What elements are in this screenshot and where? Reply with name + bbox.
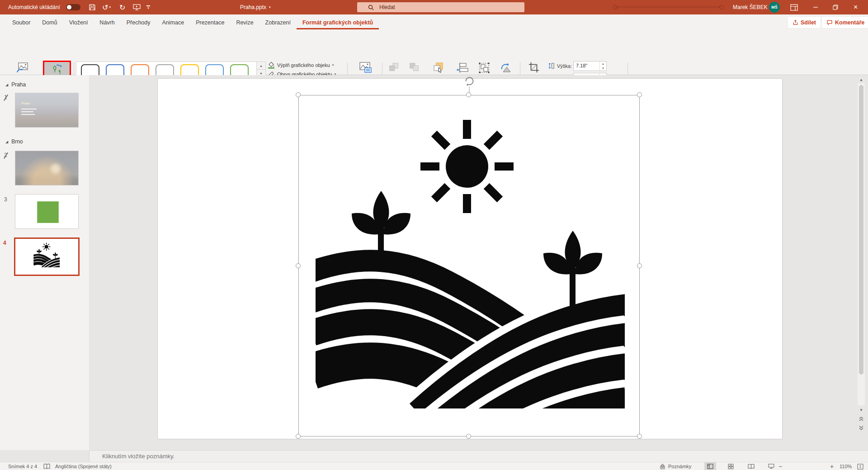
slide-4-farm-miniature	[32, 241, 61, 270]
share-button[interactable]: Sdílet	[788, 16, 821, 28]
slide-1-photo: Praha	[15, 93, 78, 127]
group-objects-icon	[478, 62, 491, 74]
resize-handle-middle-right[interactable]	[637, 263, 642, 268]
selection-pane-icon	[432, 62, 445, 74]
slide-1-bullet-line	[21, 109, 37, 109]
quick-access-customize-icon[interactable]: ▾	[146, 0, 150, 14]
change-graphic-icon	[15, 62, 29, 75]
autosave-label: Automatické ukládání	[8, 0, 60, 14]
scrollbar-up-icon[interactable]: ▲	[858, 76, 865, 83]
fit-slide-to-window-icon[interactable]	[857, 462, 863, 470]
crop-icon	[528, 62, 540, 73]
height-label-row: Výška:	[548, 62, 572, 69]
ribbon: Změnit grafický objekt ▾ Převést na obra…	[0, 30, 868, 75]
resize-handle-top-center[interactable]	[466, 92, 471, 97]
spellcheck-icon[interactable]	[43, 462, 50, 470]
notes-icon	[659, 464, 666, 470]
decorative-dot	[613, 5, 618, 9]
section-collapse-icon: ◢	[5, 83, 8, 87]
tab-prezentace[interactable]: Prezentace	[190, 15, 230, 29]
close-button[interactable]: ×	[854, 0, 858, 14]
convert-to-shape-icon	[51, 63, 63, 76]
slide-2-photo	[15, 151, 78, 185]
slideshow-view-button[interactable]	[765, 462, 777, 470]
scrollbar-down-icon[interactable]: ▼	[858, 406, 865, 413]
search-input[interactable]	[378, 4, 507, 11]
share-icon	[793, 19, 798, 25]
document-title[interactable]: Praha.pptx▾	[240, 0, 271, 14]
section-collapse-icon: ◢	[5, 140, 8, 144]
slide-3-number: 3	[4, 196, 7, 203]
section-header-brno[interactable]: ◢ Brno	[5, 138, 23, 145]
previous-slide-icon[interactable]	[858, 415, 865, 423]
language-indicator[interactable]: Angličtina (Spojené státy)	[55, 462, 112, 470]
next-slide-icon[interactable]	[858, 424, 865, 432]
height-icon	[548, 62, 555, 69]
zoom-in-icon[interactable]: +	[830, 462, 834, 470]
normal-view-button[interactable]	[704, 462, 716, 470]
user-name[interactable]: Marek ŠEBEK	[733, 0, 768, 14]
comments-button[interactable]: Komentáře	[821, 16, 868, 28]
slide-4-thumbnail[interactable]	[14, 237, 80, 276]
status-bar: Snímek 4 z 4 Angličtina (Spojené státy) …	[0, 462, 868, 470]
ribbon-tab-row: Soubor Domů Vložení Návrh Přechody Anima…	[0, 14, 868, 30]
tab-zobrazeni[interactable]: Zobrazení	[259, 15, 297, 29]
zoom-out-icon[interactable]: −	[778, 462, 782, 470]
autosave-toggle[interactable]	[66, 0, 80, 14]
minimize-button[interactable]	[813, 0, 818, 14]
reading-view-button[interactable]	[745, 462, 757, 470]
redo-icon[interactable]: ↻	[119, 0, 125, 14]
decorative-line	[615, 7, 721, 7]
search-icon	[368, 5, 374, 10]
slide-indicator[interactable]: Snímek 4 z 4	[8, 462, 37, 470]
slide-sorter-view-button[interactable]	[725, 462, 736, 470]
scrollbar-thumb[interactable]	[859, 85, 863, 375]
notes-pane[interactable]: Kliknutím vložíte poznámky.	[89, 450, 868, 462]
gallery-scroll-up-icon[interactable]: ▲	[257, 62, 265, 70]
tab-revize[interactable]: Revize	[230, 15, 259, 29]
restore-button[interactable]	[833, 0, 838, 14]
save-icon[interactable]	[89, 0, 96, 14]
undo-icon[interactable]: ↺▾	[102, 0, 111, 14]
resize-handle-bottom-center[interactable]	[466, 434, 471, 439]
send-backward-icon	[408, 62, 420, 73]
rotate-icon	[499, 62, 512, 74]
tab-animace[interactable]: Animace	[156, 15, 190, 29]
height-down-icon[interactable]: ▼	[600, 66, 606, 71]
slide-1-bullet-line	[21, 111, 33, 112]
tab-prechody[interactable]: Přechody	[121, 15, 156, 29]
zoom-level[interactable]: 110%	[840, 462, 852, 470]
graphic-fill-menu[interactable]: Výplň grafického objeku▾	[268, 62, 334, 69]
height-up-icon[interactable]: ▲	[600, 62, 606, 66]
slide-2-thumbnail[interactable]	[15, 151, 79, 185]
height-spinner[interactable]: 7.18" ▲▼	[573, 61, 607, 71]
start-presentation-icon[interactable]	[133, 0, 141, 14]
selection-bounding-box[interactable]	[298, 95, 640, 437]
avatar[interactable]: MŠ	[769, 0, 780, 14]
powerpoint-window: Automatické ukládání ↺▾ ↻ ▾ Praha.pptx▾ …	[0, 0, 868, 470]
comment-icon	[826, 19, 833, 25]
search-bar[interactable]	[357, 2, 524, 12]
title-bar: Automatické ukládání ↺▾ ↻ ▾ Praha.pptx▾ …	[0, 0, 868, 14]
bring-forward-icon	[388, 62, 400, 73]
resize-handle-middle-left[interactable]	[296, 263, 301, 268]
tab-format-grafickych-objektu[interactable]: Formát grafických objektů	[297, 15, 379, 29]
tab-vlozeni[interactable]: Vložení	[63, 15, 94, 29]
green-square-shape	[37, 201, 59, 223]
tab-domu[interactable]: Domů	[36, 15, 63, 29]
slide-thumbnail-panel: ◢ Praha 1 Praha ◢ Brno 2 3	[0, 75, 90, 450]
tab-soubor[interactable]: Soubor	[6, 15, 36, 29]
slide-1-bullet-line	[21, 114, 35, 115]
resize-handle-top-left[interactable]	[296, 92, 301, 97]
slide-1-title: Praha	[21, 102, 30, 105]
notes-toggle-button[interactable]: Poznámky	[659, 462, 691, 470]
resize-handle-bottom-right[interactable]	[637, 434, 642, 439]
resize-handle-bottom-left[interactable]	[296, 434, 301, 439]
section-header-praha[interactable]: ◢ Praha	[5, 81, 26, 88]
ribbon-display-options-icon[interactable]	[790, 0, 798, 14]
slide-1-thumbnail[interactable]: Praha	[15, 93, 79, 128]
fill-bucket-icon	[268, 62, 275, 69]
tab-navrh[interactable]: Návrh	[94, 15, 120, 29]
slide-3-thumbnail[interactable]	[15, 194, 79, 229]
resize-handle-top-right[interactable]	[637, 92, 642, 97]
